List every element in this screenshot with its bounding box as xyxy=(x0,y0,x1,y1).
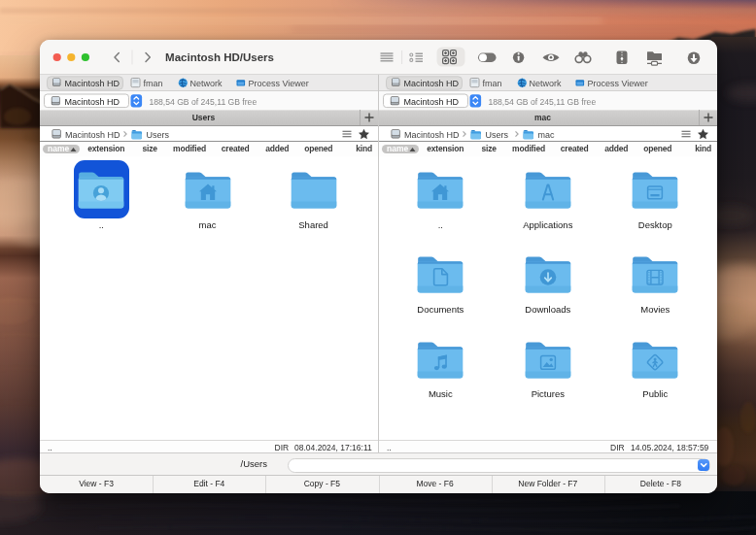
svg-text:Users: Users xyxy=(486,130,509,140)
svg-text:mac: mac xyxy=(538,130,556,140)
svg-text:Macintosh HD: Macintosh HD xyxy=(65,97,120,107)
svg-text:Process Viewer: Process Viewer xyxy=(588,79,648,88)
svg-text:fman: fman xyxy=(483,79,502,88)
svg-text:Macintosh HD: Macintosh HD xyxy=(404,79,460,88)
svg-text:Users: Users xyxy=(147,130,170,140)
svg-text:Macintosh HD/Users: Macintosh HD/Users xyxy=(165,51,274,63)
svg-text:Macintosh HD: Macintosh HD xyxy=(65,130,120,140)
svg-text:Macintosh HD: Macintosh HD xyxy=(404,130,460,140)
svg-text:fman: fman xyxy=(144,79,163,88)
svg-text:Network: Network xyxy=(530,79,563,88)
svg-text:188,54 GB of 245,11 GB free: 188,54 GB of 245,11 GB free xyxy=(150,97,258,107)
svg-text:Macintosh HD: Macintosh HD xyxy=(404,97,460,107)
svg-text:188,54 GB of 245,11 GB free: 188,54 GB of 245,11 GB free xyxy=(489,97,597,107)
svg-text:Network: Network xyxy=(190,79,223,88)
svg-text:Macintosh HD: Macintosh HD xyxy=(65,79,120,88)
svg-text:Process Viewer: Process Viewer xyxy=(249,79,309,88)
